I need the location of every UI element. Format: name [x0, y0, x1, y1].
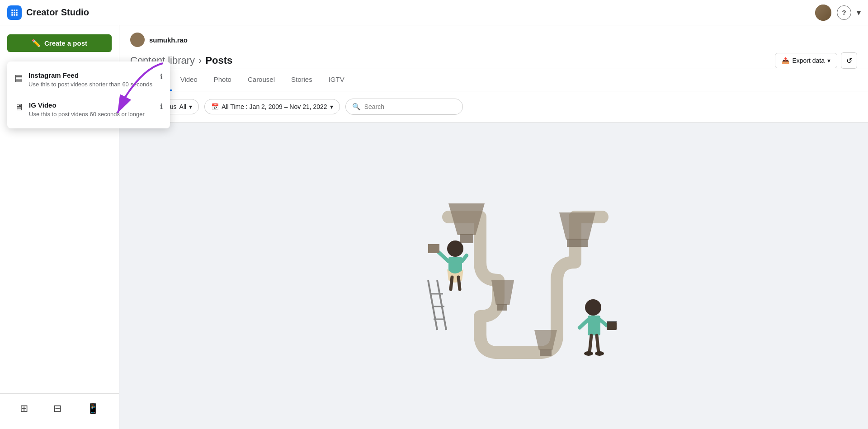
tab-stories[interactable]: Stories: [283, 69, 321, 91]
sidebar-bottom-btn-1[interactable]: ⊞: [16, 399, 32, 418]
tabs-row: Content Video Photo Carousel Stories IGT…: [119, 69, 868, 91]
tab-photo[interactable]: Photo: [206, 69, 240, 91]
nav-right: ? ▾: [815, 5, 861, 21]
date-range-filter[interactable]: 📅 All Time : Jan 2, 2009 – Nov 21, 2022 …: [204, 99, 340, 114]
post-status-value: All: [179, 103, 187, 110]
user-avatar-top[interactable]: [815, 5, 831, 21]
calendar-filter-icon: 📅: [211, 103, 219, 110]
filters-row: Post Status All ▾ 📅 All Time : Jan 2, 20…: [119, 91, 868, 123]
feed-desc: Use this to post videos shorter than 60 …: [28, 80, 155, 89]
svg-rect-19: [428, 244, 439, 253]
svg-line-9: [437, 280, 446, 330]
svg-line-18: [458, 277, 460, 289]
svg-line-16: [462, 255, 467, 261]
create-post-button[interactable]: ✏️ Create a post: [7, 34, 112, 52]
export-icon: 📤: [782, 57, 789, 64]
post-status-chevron: ▾: [189, 103, 192, 110]
sidebar-bottom-btn-2[interactable]: ⊟: [50, 399, 65, 418]
export-button[interactable]: 📤 Export data ▾: [775, 53, 837, 68]
search-wrap: 🔍: [345, 99, 463, 115]
feed-content: Instagram Feed Use this to post videos s…: [28, 71, 155, 89]
svg-point-29: [584, 351, 593, 356]
export-chevron-icon: ▾: [827, 57, 830, 64]
tab-video[interactable]: Video: [172, 69, 206, 91]
igvideo-title: IG Video: [29, 101, 155, 109]
content-header: sumukh.rao Content library › Posts 📤 Exp…: [119, 25, 868, 69]
refresh-icon: ↺: [846, 57, 852, 65]
top-nav: Creator Studio ? ▾: [0, 0, 868, 25]
app-icon: [7, 5, 22, 20]
igvideo-info-icon[interactable]: ℹ: [160, 102, 163, 111]
user-avatar-content: [130, 33, 145, 47]
ig-video-option[interactable]: 🖥 IG Video Use this to post videos 60 se…: [7, 95, 170, 125]
svg-rect-1: [460, 234, 473, 243]
feed-info-icon[interactable]: ℹ: [160, 72, 163, 81]
edit-icon: ✏️: [32, 39, 41, 47]
date-range-value: All Time : Jan 2, 2009 – Nov 21, 2022: [222, 103, 327, 110]
export-label: Export data: [792, 57, 825, 64]
instagram-feed-option[interactable]: ▤ Instagram Feed Use this to post videos…: [7, 65, 170, 95]
svg-rect-3: [497, 304, 507, 311]
svg-rect-25: [607, 322, 617, 330]
search-icon: 🔍: [352, 103, 361, 111]
igvideo-icon: 🖥: [14, 102, 24, 113]
svg-line-24: [600, 320, 607, 325]
app-title: Creator Studio: [26, 7, 89, 18]
sidebar: ✏️ Create a post ▤ Instagram Feed Use th…: [0, 25, 119, 429]
create-post-dropdown: ▤ Instagram Feed Use this to post videos…: [7, 61, 170, 128]
svg-line-23: [580, 320, 588, 328]
sidebar-bottom: ⊞ ⊟ 📱: [0, 393, 119, 424]
date-chevron: ▾: [330, 103, 333, 110]
igvideo-content: IG Video Use this to post videos 60 seco…: [29, 101, 155, 118]
help-button[interactable]: ?: [837, 5, 851, 20]
svg-rect-5: [567, 239, 588, 247]
svg-rect-7: [540, 349, 552, 356]
svg-marker-4: [559, 212, 595, 240]
feed-title: Instagram Feed: [28, 71, 155, 79]
igvideo-desc: Use this to post videos 60 seconds or lo…: [29, 110, 155, 118]
username: sumukh.rao: [149, 36, 188, 44]
svg-point-30: [595, 351, 604, 356]
tab-carousel[interactable]: Carousel: [240, 69, 283, 91]
nav-left: Creator Studio: [7, 5, 89, 20]
sidebar-bottom-btn-3[interactable]: 📱: [83, 399, 103, 418]
svg-line-17: [451, 277, 452, 289]
search-input[interactable]: [364, 103, 455, 110]
breadcrumb-row: Content library › Posts 📤 Export data ▾ …: [130, 52, 857, 69]
main-content: sumukh.rao Content library › Posts 📤 Exp…: [119, 25, 868, 429]
nav-chevron[interactable]: ▾: [857, 8, 861, 18]
empty-state-illustration: [358, 190, 629, 362]
feed-icon: ▤: [14, 72, 23, 83]
svg-point-21: [585, 299, 601, 316]
header-actions: 📤 Export data ▾ ↺: [775, 52, 857, 69]
refresh-button[interactable]: ↺: [841, 52, 857, 69]
svg-point-13: [447, 240, 463, 257]
breadcrumb-current: Posts: [205, 55, 232, 66]
svg-line-28: [597, 335, 599, 353]
tab-igtv[interactable]: IGTV: [321, 69, 353, 91]
breadcrumb-separator: ›: [198, 55, 202, 66]
main-layout: ✏️ Create a post ▤ Instagram Feed Use th…: [0, 0, 868, 429]
svg-line-27: [590, 335, 591, 353]
illustration-area: [119, 123, 868, 429]
svg-rect-22: [588, 316, 600, 335]
svg-line-8: [428, 280, 437, 330]
user-row: sumukh.rao: [130, 33, 857, 47]
